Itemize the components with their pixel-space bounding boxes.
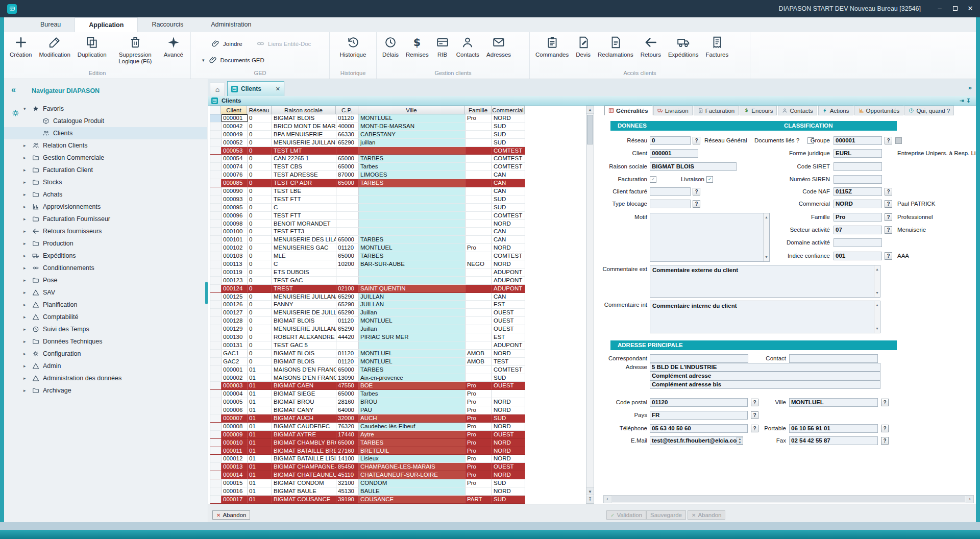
cell-selector[interactable] xyxy=(210,414,222,422)
tree-chevron-icon[interactable]: ▸ xyxy=(23,192,32,197)
tree-chevron-icon[interactable]: ▸ xyxy=(23,290,32,295)
cell-selector[interactable] xyxy=(210,244,222,252)
table-row[interactable]: 000054 0 CAN 22265 1 65000 TARBES COMTES… xyxy=(210,155,525,163)
tree-chevron-icon[interactable]: ▸ xyxy=(23,180,32,185)
sidebar-item[interactable]: ▸ Comptabilité xyxy=(4,311,207,323)
tree-chevron-icon[interactable]: ▸ xyxy=(23,327,32,332)
table-row[interactable]: 000013 01 BIGMAT CHAMPAGNE-LE 85450 CHAM… xyxy=(210,463,525,471)
tree-chevron-icon[interactable]: ▸ xyxy=(23,314,32,320)
table-row[interactable]: 000095 0 C SUD xyxy=(210,204,525,212)
cell-selector[interactable] xyxy=(210,487,222,495)
column-header[interactable]: Réseau xyxy=(247,106,272,114)
commercial-field[interactable]: NORD xyxy=(834,200,882,208)
cell-selector[interactable] xyxy=(210,325,222,333)
suppression-button[interactable]: Suppression Logique (F6) xyxy=(110,35,160,65)
table-row[interactable]: 000006 01 BIGMAT CANY 64000 PAU Pro NORD xyxy=(210,406,525,414)
cell-selector[interactable] xyxy=(210,447,222,455)
table-row[interactable]: 000101 0 MENUISERIE DES LILAS 65000 TARB… xyxy=(210,236,525,244)
indice-help-button[interactable]: ? xyxy=(885,252,892,260)
table-row[interactable]: 000130 0 ROBERT ALEXANDRE E 44420 PIRIAC… xyxy=(210,333,525,341)
motif-field[interactable]: ▲▼ xyxy=(650,213,770,262)
code-postal-field[interactable]: 01120 xyxy=(650,398,748,407)
cell-selector[interactable] xyxy=(210,333,222,341)
groupe-field[interactable]: 000001 xyxy=(834,136,882,145)
detail-tab[interactable]: Encours xyxy=(740,106,777,115)
column-header[interactable]: Ville xyxy=(358,106,465,114)
remises-button[interactable]: Remises xyxy=(402,35,432,58)
sidebar-item[interactable]: ▸ Archivage xyxy=(4,384,207,397)
scrollbar-thumb[interactable] xyxy=(612,496,965,502)
cell-selector[interactable] xyxy=(210,317,222,325)
sidebar-item[interactable]: ▸ Administration des données xyxy=(4,372,207,384)
portable-help-button[interactable]: ? xyxy=(881,425,889,432)
tree-chevron-icon[interactable]: ▾ xyxy=(23,106,32,111)
commercial-help-button[interactable]: ? xyxy=(885,200,892,208)
table-row[interactable]: 000113 0 C 10200 BAR-SUR-AUBE NEGO NORD xyxy=(210,260,525,268)
dock-down-icon[interactable]: ↧ xyxy=(966,97,973,104)
table-row[interactable]: 000009 01 BIGMAT AYTRE 17440 Aytre Pro O… xyxy=(210,431,525,439)
table-row[interactable]: 000012 01 BIGMAT BATAILLE LISIE 14100 Li… xyxy=(210,455,525,463)
tree-chevron-icon[interactable]: ▸ xyxy=(23,241,32,246)
cell-selector[interactable] xyxy=(210,406,222,414)
minimize-button[interactable]: – xyxy=(932,0,947,17)
table-row[interactable]: 000053 0 TEST LMT COMTEST xyxy=(210,147,525,155)
table-row[interactable]: 000085 0 TEST CP ADR 65000 TARBES CAN xyxy=(210,179,525,187)
cell-selector[interactable] xyxy=(210,114,222,122)
column-header[interactable]: C.P. xyxy=(336,106,358,114)
table-row[interactable]: 000052 0 MENUISERIE JUILLAN 65290 juilla… xyxy=(210,139,525,147)
sidebar-item[interactable]: ▸ Conditionnements xyxy=(4,262,207,274)
cell-selector[interactable] xyxy=(210,163,222,170)
tree-chevron-icon[interactable]: ▸ xyxy=(23,363,32,369)
commentaire-int-scrollbar[interactable]: ▲▼ xyxy=(874,301,880,333)
column-header[interactable]: Client xyxy=(221,106,247,114)
table-row[interactable]: 000093 0 TEST FTT SUD xyxy=(210,195,525,204)
fax-field[interactable]: 02 54 42 55 87 xyxy=(789,436,878,445)
tree-chevron-icon[interactable]: ▸ xyxy=(23,204,32,209)
commentaire-ext-field[interactable]: Commentaire externe du client ▲▼ xyxy=(650,265,880,298)
column-header[interactable] xyxy=(210,106,221,114)
cell-selector[interactable] xyxy=(210,366,222,374)
table-row[interactable]: 000090 0 TEST LBE CAN xyxy=(210,187,525,195)
cell-selector[interactable] xyxy=(210,390,222,398)
scrollbar-thumb[interactable] xyxy=(587,115,593,144)
cell-selector[interactable] xyxy=(210,293,222,301)
sidebar-item[interactable]: Catalogue Produit xyxy=(4,115,207,127)
tree-chevron-icon[interactable]: ▸ xyxy=(23,167,32,173)
table-row[interactable]: 000098 0 BENOIT MORANDET NORD xyxy=(210,220,525,228)
famille-field[interactable]: Pro xyxy=(834,213,882,222)
table-row[interactable]: 000103 0 MLE 65000 TARBES COMTEST xyxy=(210,252,525,260)
cell-selector[interactable] xyxy=(210,341,222,349)
tab-clients[interactable]: Clients ✕ xyxy=(227,81,284,96)
tree-chevron-icon[interactable]: ▸ xyxy=(23,155,32,160)
table-row[interactable]: GAC1 0 BIGMAT BLOIS 01120 MONTLUEL AMOB … xyxy=(210,350,525,358)
delais-button[interactable]: Délais xyxy=(379,35,402,58)
code-naf-field[interactable]: 0115Z xyxy=(834,187,882,196)
tree-chevron-icon[interactable]: ▸ xyxy=(23,265,32,271)
sidebar-item[interactable]: ▸ Configuration xyxy=(4,348,207,360)
dock-right-icon[interactable]: ⇥ xyxy=(960,97,966,104)
raison-sociale-field[interactable]: BIGMAT BLOIS xyxy=(650,162,737,171)
cell-selector[interactable] xyxy=(210,122,222,130)
cell-selector[interactable] xyxy=(210,260,222,268)
table-row[interactable]: 000004 01 BIGMAT SIEGE 65000 Tarbes Pro xyxy=(210,390,525,398)
abandon-button[interactable]: ✕Abandon xyxy=(212,510,250,520)
cell-selector[interactable] xyxy=(210,220,222,228)
cell-selector[interactable] xyxy=(210,431,222,438)
motif-scrollbar[interactable]: ▲▼ xyxy=(763,213,769,261)
cell-selector[interactable] xyxy=(210,439,222,447)
cell-selector[interactable] xyxy=(210,471,222,479)
ribbon-tab[interactable]: Application xyxy=(75,17,138,32)
duplication-button[interactable]: Duplication xyxy=(74,35,110,58)
cell-selector[interactable] xyxy=(210,236,222,243)
table-row[interactable]: 000001 01 MAISONS D'EN FRANCE 65000 TARB… xyxy=(210,366,525,374)
fax-help-button[interactable]: ? xyxy=(881,437,889,445)
close-button[interactable]: ✕ xyxy=(963,0,978,17)
table-row[interactable]: 000049 0 BPA MENUISERIE 66330 CABESTANY … xyxy=(210,131,525,139)
table-row[interactable]: 000002 01 MAISONS D'EN FRANCE 13090 Aix-… xyxy=(210,374,525,382)
table-row[interactable]: 000003 01 BIGMAT CAEN 47550 BOE Pro OUES… xyxy=(210,382,525,390)
email-field[interactable]: test@test.fr.fhoubert@elcia.co xyxy=(650,436,743,445)
tree-chevron-icon[interactable]: ▸ xyxy=(23,376,32,381)
sidebar-item[interactable]: ▸ Admin xyxy=(4,360,207,372)
cell-selector[interactable] xyxy=(210,285,222,292)
detail-tab[interactable]: Contacts xyxy=(778,106,817,115)
